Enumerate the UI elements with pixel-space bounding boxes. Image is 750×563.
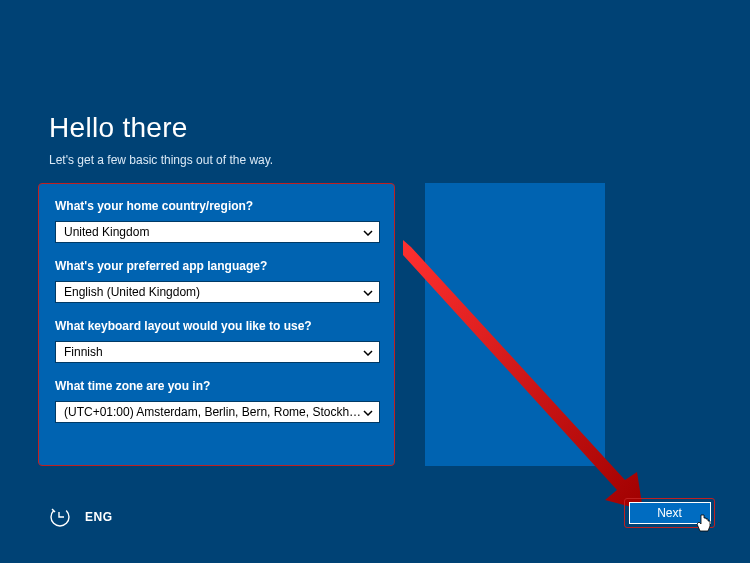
right-decorative-panel [425,183,605,466]
ease-of-access-group: ENG [49,506,113,528]
next-button-label: Next [657,506,682,520]
chevron-down-icon [363,345,373,359]
language-select-value: English (United Kingdom) [64,285,200,299]
chevron-down-icon [363,225,373,239]
country-label: What's your home country/region? [55,199,378,213]
language-indicator[interactable]: ENG [85,510,113,524]
country-select[interactable]: United Kingdom [55,221,380,243]
page-title: Hello there [49,112,188,144]
keyboard-select-value: Finnish [64,345,103,359]
timezone-select-value: (UTC+01:00) Amsterdam, Berlin, Bern, Rom… [64,405,363,419]
country-select-value: United Kingdom [64,225,149,239]
setup-form-panel: What's your home country/region? United … [38,183,395,466]
timezone-label: What time zone are you in? [55,379,378,393]
page-subtitle: Let's get a few basic things out of the … [49,153,273,167]
next-button-highlight: Next [624,498,715,528]
chevron-down-icon [363,405,373,419]
keyboard-select[interactable]: Finnish [55,341,380,363]
language-select[interactable]: English (United Kingdom) [55,281,380,303]
timezone-select[interactable]: (UTC+01:00) Amsterdam, Berlin, Bern, Rom… [55,401,380,423]
chevron-down-icon [363,285,373,299]
keyboard-label: What keyboard layout would you like to u… [55,319,378,333]
language-label: What's your preferred app language? [55,259,378,273]
ease-of-access-icon[interactable] [49,506,71,528]
next-button[interactable]: Next [629,502,711,524]
